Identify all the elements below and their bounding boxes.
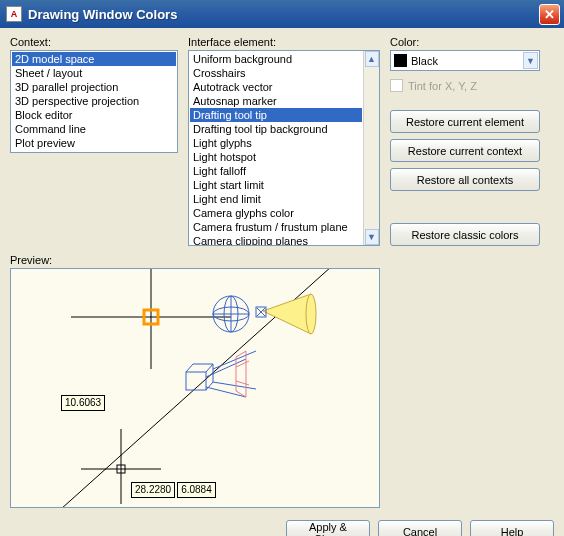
context-item[interactable]: Sheet / layout — [12, 66, 176, 80]
restore-context-button[interactable]: Restore current context — [390, 139, 540, 162]
tint-label: Tint for X, Y, Z — [408, 80, 477, 92]
interface-label: Interface element: — [188, 36, 380, 48]
tooltip-coord-y: 6.0884 — [177, 482, 216, 498]
svg-point-12 — [306, 294, 316, 334]
cancel-button[interactable]: Cancel — [378, 520, 462, 536]
context-label: Context: — [10, 36, 178, 48]
context-item[interactable]: Block editor — [12, 108, 176, 122]
color-dropdown[interactable]: Black ▼ — [390, 50, 540, 71]
close-button[interactable]: ✕ — [539, 4, 560, 25]
color-label: Color: — [390, 36, 540, 48]
svg-line-18 — [206, 364, 213, 372]
restore-element-button[interactable]: Restore current element — [390, 110, 540, 133]
scrollbar[interactable]: ▲ ▼ — [363, 51, 379, 245]
interface-item[interactable]: Drafting tool tip — [190, 108, 362, 122]
restore-all-button[interactable]: Restore all contexts — [390, 168, 540, 191]
interface-item[interactable]: Crosshairs — [190, 66, 362, 80]
interface-item[interactable]: Autotrack vector — [190, 80, 362, 94]
interface-item[interactable]: Autosnap marker — [190, 94, 362, 108]
context-item[interactable]: 3D parallel projection — [12, 80, 176, 94]
context-item[interactable]: Plot preview — [12, 136, 176, 150]
svg-line-31 — [236, 381, 249, 385]
interface-listbox[interactable]: Uniform backgroundCrosshairsAutotrack ve… — [188, 50, 380, 246]
scroll-down-icon[interactable]: ▼ — [365, 229, 379, 245]
window-title: Drawing Window Colors — [28, 7, 539, 22]
interface-item[interactable]: Uniform background — [190, 52, 362, 66]
title-bar: A Drawing Window Colors ✕ — [0, 0, 564, 28]
tooltip-distance: 10.6063 — [61, 395, 105, 411]
app-icon: A — [6, 6, 22, 22]
tint-checkbox — [390, 79, 403, 92]
interface-item[interactable]: Light start limit — [190, 178, 362, 192]
help-button[interactable]: Help — [470, 520, 554, 536]
interface-item[interactable]: Light end limit — [190, 192, 362, 206]
svg-line-30 — [236, 361, 249, 367]
svg-line-23 — [206, 387, 246, 397]
tooltip-coord-x: 28.2280 — [131, 482, 175, 498]
context-item[interactable]: 2D model space — [12, 52, 176, 66]
interface-item[interactable]: Light hotspot — [190, 150, 362, 164]
color-name: Black — [411, 55, 523, 67]
restore-classic-button[interactable]: Restore classic colors — [390, 223, 540, 246]
context-item[interactable]: 3D perspective projection — [12, 94, 176, 108]
color-swatch — [394, 54, 407, 67]
interface-item[interactable]: Drafting tool tip background — [190, 122, 362, 136]
apply-close-button[interactable]: Apply & Close — [286, 520, 370, 536]
context-item[interactable]: Command line — [12, 122, 176, 136]
interface-item[interactable]: Light falloff — [190, 164, 362, 178]
preview-drawing — [11, 269, 380, 508]
svg-line-25 — [213, 382, 256, 389]
interface-item[interactable]: Camera frustum / frustum plane — [190, 220, 362, 234]
scroll-up-icon[interactable]: ▲ — [365, 51, 379, 67]
interface-item[interactable]: Light glyphs — [190, 136, 362, 150]
preview-area: 10.6063 28.2280 6.0884 — [10, 268, 380, 508]
interface-item[interactable]: Camera glyphs color — [190, 206, 362, 220]
context-listbox[interactable]: 2D model spaceSheet / layout3D parallel … — [10, 50, 178, 153]
interface-item[interactable]: Camera clipping planes — [190, 234, 362, 246]
preview-label: Preview: — [10, 254, 554, 266]
svg-line-17 — [186, 364, 193, 372]
chevron-down-icon[interactable]: ▼ — [523, 52, 538, 69]
